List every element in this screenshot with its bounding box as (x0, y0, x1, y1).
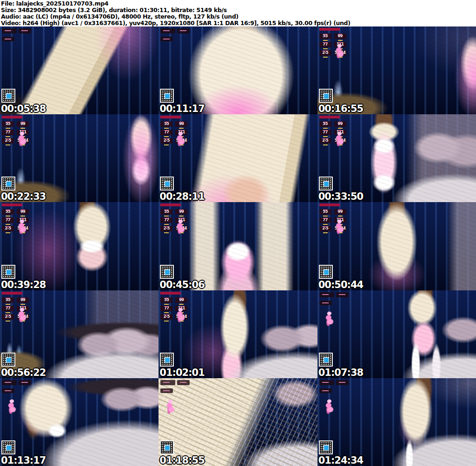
timestamp-label: 00:05:38 (1, 104, 46, 114)
tip-chip: 77 (2, 130, 14, 135)
qr-code-icon (319, 353, 333, 367)
video-thumbnail: 5599771112-550-44 00:39:28 (0, 202, 159, 290)
stream-badges-overlay (160, 380, 198, 394)
qr-code-icon (160, 440, 174, 454)
tip-chip: 2-5 (2, 226, 14, 231)
tip-chip: 2-5 (160, 226, 172, 231)
audio-info-line: Audio: aac (LC) (mp4a / 0x6134706D), 480… (1, 13, 476, 20)
video-thumbnail: 5599771112-550-44 00:45:06 (159, 202, 317, 290)
video-thumbnail: 5599771112-550-44 00:16:55 (317, 26, 476, 114)
pink-figure-icon (324, 310, 334, 326)
media-info-header: File: lalajecks_202510170703.mp4 Size: 3… (0, 0, 476, 26)
video-thumbnail: 00:11:17 (159, 26, 317, 114)
qr-code-icon (1, 177, 15, 190)
tip-chip: 2-5 (2, 314, 14, 320)
tip-chip: 2-5 (319, 226, 331, 231)
pink-figure-icon (334, 131, 344, 146)
tip-chip: 99 (334, 209, 346, 215)
timestamp-label: 01:07:38 (318, 368, 363, 378)
video-thumbnail: 5599771112-550-44 00:50:44 (317, 202, 476, 290)
tip-chip: 99 (334, 33, 346, 39)
tip-chip: 99 (175, 209, 187, 215)
pink-figure-icon (334, 43, 344, 59)
tip-chip: 99 (17, 297, 29, 303)
qr-code-icon (319, 89, 333, 103)
tip-chip: 55 (2, 209, 14, 215)
tip-chip: 2-5 (2, 138, 14, 144)
tip-chip: 77 (319, 217, 331, 223)
qr-code-icon (1, 265, 15, 279)
pink-figure-icon (324, 398, 334, 414)
timestamp-label: 01:13:17 (1, 456, 46, 466)
stream-badges-overlay (2, 28, 39, 43)
tip-chip: 55 (2, 121, 14, 127)
tip-chip: 55 (319, 121, 331, 127)
video-thumbnail: 01:13:17 (0, 378, 159, 466)
tip-chip: 77 (319, 130, 331, 135)
qr-code-icon (160, 353, 174, 367)
timestamp-label: 00:50:44 (318, 280, 363, 290)
video-thumbnail: 5599771112-550-44 00:33:50 (317, 114, 476, 202)
tip-chip: 77 (2, 306, 14, 311)
tip-chip: 55 (319, 209, 331, 215)
tip-chip: 55 (160, 121, 172, 127)
qr-code-icon (319, 265, 333, 279)
tip-chip: 99 (17, 209, 29, 215)
timestamp-label: 01:24:34 (318, 456, 363, 466)
tip-chip: 55 (2, 297, 14, 303)
timestamp-label: 01:02:01 (159, 368, 204, 378)
tip-chip: 2-5 (160, 138, 172, 144)
tip-chip: 77 (160, 217, 172, 223)
file-size-line: Size: 3482908002 bytes (3.2 GiB), durati… (1, 7, 476, 13)
video-info-line: Video: h264 (High) (avc1 / 0x31637661), … (1, 20, 476, 26)
tip-chip: 99 (17, 121, 29, 127)
tip-chip: 55 (160, 209, 172, 215)
timestamp-label: 00:22:33 (1, 192, 46, 202)
qr-code-icon (160, 265, 174, 279)
file-name-line: File: lalajecks_202510170703.mp4 (1, 0, 476, 7)
tip-chip: 2-5 (319, 138, 331, 144)
video-thumbnail: 5599771112-550-44 01:02:01 (159, 290, 317, 378)
qr-code-icon (1, 89, 15, 103)
tip-chip: 77 (319, 42, 331, 47)
stream-badges-overlay (2, 380, 39, 394)
qr-code-icon (319, 440, 333, 454)
video-thumbnail: 01:07:38 (317, 290, 476, 378)
timestamp-label: 00:28:11 (159, 192, 204, 202)
timestamp-label: 01:18:55 (159, 456, 204, 466)
pink-figure-icon (334, 218, 344, 234)
qr-code-icon (160, 89, 174, 103)
timestamp-label: 00:39:28 (1, 280, 46, 290)
qr-code-icon (1, 353, 15, 367)
stream-badges-overlay (160, 28, 198, 43)
video-thumbnail: 00:05:38 (0, 26, 159, 114)
timestamp-label: 00:56:22 (1, 368, 46, 378)
stream-badges-overlay (319, 380, 357, 394)
tip-chip: 77 (160, 130, 172, 135)
tip-chip: 99 (175, 121, 187, 127)
tip-chip: 55 (160, 297, 172, 303)
tip-chip: 99 (334, 121, 346, 127)
tip-chip: 99 (175, 297, 187, 303)
timestamp-label: 00:45:06 (159, 280, 204, 290)
qr-code-icon (160, 177, 174, 190)
tip-chip: 2-5 (160, 314, 172, 320)
video-thumbnail: 5599771112-550-44 00:22:33 (0, 114, 159, 202)
tip-chip: 55 (319, 33, 331, 39)
tip-chip: 77 (160, 306, 172, 311)
thumbnail-grid: 00:05:38 00:11:17 5599771112-550-44 00:1… (0, 26, 476, 466)
timestamp-label: 00:16:55 (318, 104, 363, 114)
qr-code-icon (319, 177, 333, 190)
video-thumbnail: 01:24:34 (317, 378, 476, 466)
video-thumbnail: 5599771112-550-44 00:56:22 (0, 290, 159, 378)
video-thumbnail: 5599771112-550-44 00:28:11 (159, 114, 317, 202)
tip-chip: 77 (2, 217, 14, 223)
stream-badges-overlay (319, 292, 357, 307)
timestamp-label: 00:11:17 (159, 104, 204, 114)
tip-chip: 2-5 (319, 50, 331, 56)
timestamp-label: 00:33:50 (318, 192, 363, 202)
video-thumbnail: 01:18:55 (159, 378, 317, 466)
qr-code-icon (1, 440, 15, 454)
